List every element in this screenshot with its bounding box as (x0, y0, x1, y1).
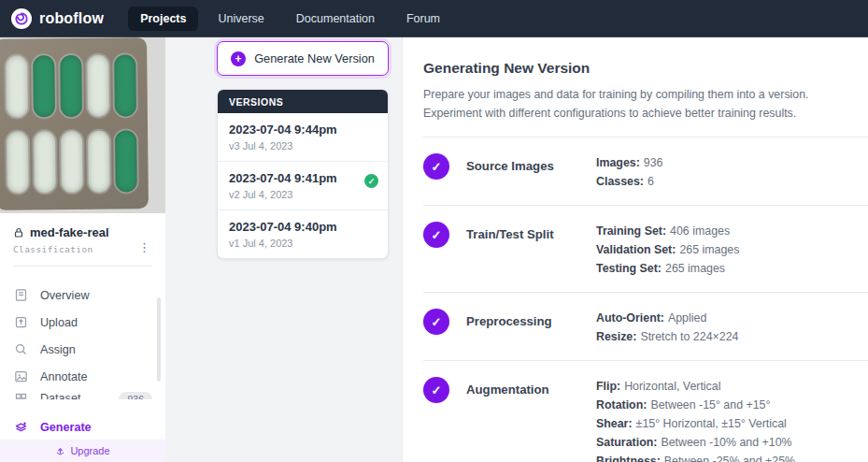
sidebar-scrollbar[interactable] (157, 297, 161, 382)
project-name-row: med-fake-real (13, 225, 152, 239)
sidebar-item-assign[interactable]: Assign (0, 336, 165, 363)
detail-row: Images:936 (596, 153, 868, 172)
overview-icon (14, 288, 28, 302)
page-description: Prepare your images and data for trainin… (423, 86, 868, 123)
main-content: Generating New Version Prepare your imag… (402, 37, 868, 462)
project-type-label: Classification (13, 244, 152, 254)
version-steps: ✓ Source Images Images:936 Classes:6 ✓ T… (423, 137, 868, 462)
pill-blister-pack-image (0, 37, 149, 210)
version-row-v1[interactable]: 2023-07-04 9:40pm v1 Jul 4, 2023 (218, 209, 388, 258)
lock-icon (13, 227, 24, 238)
generate-new-version-button[interactable]: + Generate New Version (217, 41, 389, 76)
project-meta: med-fake-real Classification ⋮ (0, 213, 165, 267)
step-complete-check-icon: ✓ (423, 377, 449, 403)
assign-search-icon (14, 342, 28, 356)
step-complete-check-icon: ✓ (423, 222, 449, 248)
sidebar-item-label: Assign (40, 343, 76, 356)
nav-item-projects[interactable]: Projects (128, 7, 198, 31)
versions-header: VERSIONS (218, 90, 388, 113)
sidebar-item-dataset[interactable]: Dataset 936 (0, 390, 165, 399)
sidebar-item-label: Dataset (40, 392, 80, 399)
step-label: Augmentation (451, 377, 596, 462)
step-details: Images:936 Classes:6 (596, 153, 868, 191)
step-label: Preprocessing (451, 309, 596, 346)
capsule-shape (7, 132, 29, 194)
description-line-1: Prepare your images and data for trainin… (423, 86, 868, 105)
step-train-test-split: ✓ Train/Test Split Training Set:406 imag… (423, 205, 868, 292)
step-label: Train/Test Split (451, 222, 596, 278)
capsule-shape (60, 55, 82, 117)
generate-icon (14, 421, 28, 435)
sidebar-item-generate[interactable]: Generate (0, 415, 165, 440)
annotate-image-icon (14, 369, 28, 383)
detail-row: Brightness:Between -25% and +25% (596, 452, 868, 462)
nav-items: Projects Universe Documentation Forum (128, 7, 452, 31)
version-row-v2[interactable]: 2023-07-04 9:41pm v2 Jul 4, 2023 ✓ (218, 161, 388, 209)
generate-new-version-label: Generate New Version (254, 51, 375, 65)
detail-row: Resize:Stretch to 224×224 (596, 327, 868, 346)
upgrade-button[interactable]: Upgrade (0, 440, 165, 462)
sidebar-item-annotate[interactable]: Annotate (0, 363, 165, 390)
trained-check-icon: ✓ (364, 174, 378, 188)
dataset-icon (14, 392, 28, 399)
nav-item-universe[interactable]: Universe (206, 7, 276, 31)
detail-row: Validation Set:265 images (596, 240, 868, 259)
roboflow-brand[interactable]: roboflow (11, 8, 104, 29)
detail-row: Shear:±15° Horizontal, ±15° Vertical (596, 414, 868, 433)
version-subtitle: v3 Jul 4, 2023 (229, 140, 377, 152)
nav-item-documentation[interactable]: Documentation (284, 7, 387, 31)
versions-panel: VERSIONS 2023-07-04 9:44pm v3 Jul 4, 202… (217, 89, 389, 259)
sidebar-menu: Overview Upload Assign Annotate (0, 267, 165, 399)
sidebar-item-upload[interactable]: Upload (0, 309, 165, 336)
step-details: Auto-Orient:Applied Resize:Stretch to 22… (596, 309, 868, 346)
dataset-count-badge: 936 (119, 392, 152, 399)
capsule-shape (61, 131, 83, 193)
detail-row: Training Set:406 images (596, 222, 868, 240)
sidebar-item-label: Annotate (40, 370, 87, 383)
brand-name: roboflow (39, 10, 104, 27)
versions-column: + Generate New Version VERSIONS 2023-07-… (165, 37, 402, 462)
detail-row: Classes:6 (596, 172, 868, 191)
sidebar-item-label: Generate (40, 421, 92, 434)
step-augmentation: ✓ Augmentation Flip:Horizontal, Vertical… (423, 360, 868, 462)
version-row-v3[interactable]: 2023-07-04 9:44pm v3 Jul 4, 2023 (218, 113, 388, 161)
detail-row: Flip:Horizontal, Vertical (596, 377, 868, 396)
project-menu-kebab-icon[interactable]: ⋮ (138, 243, 150, 253)
project-name: med-fake-real (30, 225, 109, 239)
detail-row: Saturation:Between -10% and +10% (596, 433, 868, 452)
step-details: Training Set:406 images Validation Set:2… (596, 222, 868, 278)
description-line-2: Experiment with different configurations… (423, 105, 868, 123)
version-subtitle: v2 Jul 4, 2023 (229, 189, 377, 201)
step-label: Source Images (451, 153, 596, 191)
project-thumbnail (0, 37, 165, 213)
sidebar-item-label: Overview (40, 289, 89, 302)
step-complete-check-icon: ✓ (423, 309, 449, 335)
capsule-shape (115, 131, 137, 193)
upgrade-label: Upgrade (70, 445, 109, 456)
version-title: 2023-07-04 9:40pm (229, 220, 377, 235)
detail-row: Testing Set:265 images (596, 259, 868, 278)
project-sidebar: med-fake-real Classification ⋮ Overview … (0, 37, 165, 462)
detail-row: Auto-Orient:Applied (596, 309, 868, 327)
upload-icon (14, 315, 28, 329)
step-preprocessing: ✓ Preprocessing Auto-Orient:Applied Resi… (423, 292, 868, 360)
capsule-shape (6, 55, 28, 117)
version-title: 2023-07-04 9:44pm (229, 123, 377, 137)
page-title: Generating New Version (423, 60, 868, 77)
sidebar-divider (13, 266, 152, 267)
upgrade-icon (55, 446, 65, 456)
plus-icon: + (231, 51, 246, 66)
sidebar-item-label: Upload (40, 316, 78, 329)
sidebar-item-overview[interactable]: Overview (0, 282, 165, 309)
capsule-shape (88, 131, 110, 193)
version-subtitle: v1 Jul 4, 2023 (229, 238, 377, 250)
top-navbar: roboflow Projects Universe Documentation… (0, 0, 868, 37)
step-source-images: ✓ Source Images Images:936 Classes:6 (423, 137, 868, 205)
step-complete-check-icon: ✓ (423, 153, 449, 180)
capsule-shape (33, 55, 55, 117)
capsule-shape (34, 131, 56, 193)
nav-item-forum[interactable]: Forum (394, 7, 452, 31)
capsule-shape (114, 54, 136, 116)
capsule-shape (87, 54, 109, 116)
detail-row: Rotation:Between -15° and +15° (596, 396, 868, 414)
